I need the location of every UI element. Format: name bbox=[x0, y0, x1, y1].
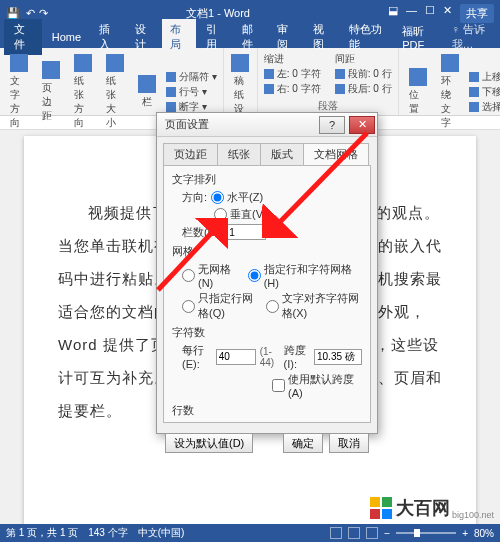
radio-grid-none[interactable]: 无网格(N) bbox=[182, 262, 244, 289]
tab-home[interactable]: Home bbox=[44, 28, 89, 46]
dialog-tabs: 页边距 纸张 版式 文档网格 bbox=[163, 143, 371, 165]
zoom-in-icon[interactable]: + bbox=[462, 528, 468, 539]
section-text-direction: 文字排列 方向: 水平(Z) 垂直(V) 栏数(C): bbox=[172, 172, 362, 240]
margins-button[interactable]: 页边距 bbox=[38, 59, 64, 125]
chars-per-line-spinner[interactable] bbox=[216, 349, 256, 365]
ribbon-group-paragraph: 缩进 左: 0 字符 右: 0 字符 间距 段前: 0 行 段后: 0 行 段落 bbox=[258, 48, 399, 115]
selection-pane-button[interactable]: 选择窗格 bbox=[469, 100, 500, 114]
ribbon-group-arrange: 位置 环绕文字 上移一层 下移一层 选择窗格 排列 bbox=[399, 48, 500, 115]
columns-spinner[interactable] bbox=[226, 224, 266, 240]
watermark-logo: 大百网 big100.net bbox=[370, 496, 494, 520]
size-button[interactable]: 纸张大小 bbox=[102, 52, 128, 132]
bring-forward-button[interactable]: 上移一层 bbox=[469, 70, 500, 84]
indent-left[interactable]: 左: 0 字符 bbox=[264, 67, 321, 81]
view-controls: − + 80% bbox=[330, 527, 494, 539]
qat-redo-icon[interactable]: ↷ bbox=[39, 7, 48, 20]
ok-button[interactable]: 确定 bbox=[283, 433, 323, 453]
share-button[interactable]: 共享 bbox=[460, 4, 494, 23]
zoom-slider[interactable] bbox=[396, 532, 456, 534]
dialog-body: 文字排列 方向: 水平(Z) 垂直(V) 栏数(C): 网格 无网格(N) 指定… bbox=[163, 165, 371, 423]
space-before[interactable]: 段前: 0 行 bbox=[335, 67, 392, 81]
status-page[interactable]: 第 1 页，共 1 页 bbox=[6, 526, 78, 540]
radio-horizontal[interactable]: 水平(Z) bbox=[211, 190, 263, 205]
view-web-icon[interactable] bbox=[366, 527, 378, 539]
section-chars: 字符数 每行(E): (1-44) 跨度(I): 使用默认跨度(A) bbox=[172, 325, 362, 399]
status-lang[interactable]: 中文(中国) bbox=[138, 526, 185, 540]
qat-save-icon[interactable]: 💾 bbox=[6, 7, 20, 20]
tell-me[interactable]: ♀ 告诉我… bbox=[452, 22, 496, 52]
dialog-help-icon[interactable]: ? bbox=[319, 116, 345, 134]
ribbon-group-manuscript: 稿纸设置 稿纸 bbox=[224, 48, 258, 115]
indent-header: 缩进 bbox=[264, 52, 321, 66]
qat-undo-icon[interactable]: ↶ bbox=[26, 7, 35, 20]
page-setup-dialog: 页面设置 ? ✕ 页边距 纸张 版式 文档网格 文字排列 方向: 水平(Z) 垂… bbox=[156, 112, 378, 434]
dlg-tab-grid[interactable]: 文档网格 bbox=[303, 143, 369, 165]
dialog-footer: 设为默认值(D) 确定 取消 bbox=[157, 429, 377, 459]
section-grid: 网格 无网格(N) 指定行和字符网格(H) 只指定行网格(Q) 文字对齐字符网格… bbox=[172, 244, 362, 321]
position-button[interactable]: 位置 bbox=[405, 66, 431, 118]
checkbox-default-pitch[interactable]: 使用默认跨度(A) bbox=[272, 372, 362, 399]
dlg-tab-layout[interactable]: 版式 bbox=[260, 143, 304, 165]
cancel-button[interactable]: 取消 bbox=[329, 433, 369, 453]
breaks-button[interactable]: 分隔符 ▾ bbox=[166, 70, 217, 84]
radio-grid-align[interactable]: 文字对齐字符网格(X) bbox=[266, 291, 362, 321]
status-words[interactable]: 143 个字 bbox=[88, 526, 127, 540]
dlg-tab-margins[interactable]: 页边距 bbox=[163, 143, 218, 165]
zoom-out-icon[interactable]: − bbox=[384, 528, 390, 539]
set-default-button[interactable]: 设为默认值(D) bbox=[165, 433, 253, 453]
ribbon: 文字方向 页边距 纸张方向 纸张大小 栏 分隔符 ▾ 行号 ▾ 断字 ▾ 页面设… bbox=[0, 48, 500, 116]
char-pitch-spinner[interactable] bbox=[314, 349, 362, 365]
section-lines: 行数 每页(R): (1-49) 跨度(T): bbox=[172, 403, 362, 423]
dialog-title: 页面设置 bbox=[165, 117, 209, 132]
view-print-icon[interactable] bbox=[348, 527, 360, 539]
line-numbers-button[interactable]: 行号 ▾ bbox=[166, 85, 217, 99]
radio-grid-lines[interactable]: 只指定行网格(Q) bbox=[182, 291, 262, 321]
radio-vertical[interactable]: 垂直(V) bbox=[214, 207, 267, 222]
view-read-icon[interactable] bbox=[330, 527, 342, 539]
wrap-button[interactable]: 环绕文字 bbox=[437, 52, 463, 132]
dlg-tab-paper[interactable]: 纸张 bbox=[217, 143, 261, 165]
ribbon-group-page-setup: 文字方向 页边距 纸张方向 纸张大小 栏 分隔符 ▾ 行号 ▾ 断字 ▾ 页面设… bbox=[0, 48, 224, 115]
zoom-level[interactable]: 80% bbox=[474, 528, 494, 539]
columns-button[interactable]: 栏 bbox=[134, 73, 160, 111]
spacing-header: 间距 bbox=[335, 52, 392, 66]
dialog-titlebar: 页面设置 ? ✕ bbox=[157, 113, 377, 137]
space-after[interactable]: 段后: 0 行 bbox=[335, 82, 392, 96]
orientation-button[interactable]: 纸张方向 bbox=[70, 52, 96, 132]
dialog-close-icon[interactable]: ✕ bbox=[349, 116, 375, 134]
indent-right[interactable]: 右: 0 字符 bbox=[264, 82, 321, 96]
text-direction-button[interactable]: 文字方向 bbox=[6, 52, 32, 132]
status-bar: 第 1 页，共 1 页 143 个字 中文(中国) − + 80% bbox=[0, 524, 500, 542]
send-backward-button[interactable]: 下移一层 bbox=[469, 85, 500, 99]
ribbon-tabs: 文件 Home 插入 设计 布局 引用 邮件 审阅 视图 特色功能 福昕PDF … bbox=[0, 26, 500, 48]
radio-grid-both[interactable]: 指定行和字符网格(H) bbox=[248, 262, 362, 289]
